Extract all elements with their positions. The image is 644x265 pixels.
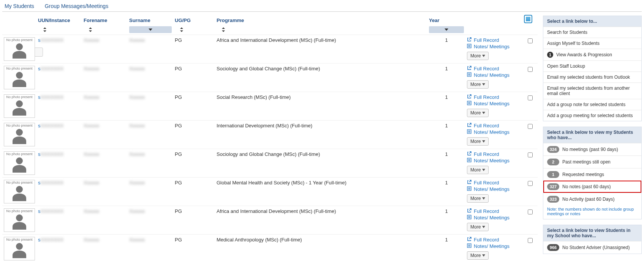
external-link-icon xyxy=(467,151,472,157)
panel-school-item[interactable]: 966No Student Adviser (Unassigned) xyxy=(543,241,641,254)
forename-cell: Xxxxxx xyxy=(84,37,99,43)
forename-cell: Xxxxxx xyxy=(84,123,99,129)
table-row: No photo presentsXXXXXXXXxxxxxXxxxxxPGAf… xyxy=(2,35,538,63)
notes-meetings-link[interactable]: Notes/ Meetings xyxy=(474,44,510,49)
full-record-link[interactable]: Full Record xyxy=(474,94,499,100)
panel-action-item[interactable]: 1View Awards & Progression xyxy=(543,49,641,60)
forename-cell: Xxxxxx xyxy=(84,66,99,71)
ugpg-cell: PG xyxy=(173,178,215,206)
uun-link[interactable]: sXXXXXXX xyxy=(38,151,63,157)
ugpg-cell: PG xyxy=(173,35,215,63)
uun-link[interactable]: sXXXXXXX xyxy=(38,208,63,214)
full-record-link[interactable]: Full Record xyxy=(474,37,499,43)
th-programme[interactable]: Programme xyxy=(215,12,427,25)
programme-cell: Social Research (MSc) (Full-time) xyxy=(215,92,427,121)
more-button[interactable]: More xyxy=(467,251,489,260)
panel-filter-item[interactable]: 327No notes (past 60 days) xyxy=(543,181,641,193)
row-checkbox[interactable] xyxy=(528,152,533,157)
external-link-icon xyxy=(467,94,472,100)
forename-cell: Xxxxxx xyxy=(84,94,99,100)
panel-actions: Select a link below to... Search for Stu… xyxy=(543,16,642,121)
more-button[interactable]: More xyxy=(467,52,489,60)
select-all-checkbox[interactable] xyxy=(524,15,532,23)
th-year[interactable]: Year xyxy=(427,12,465,25)
panel-filter-item[interactable]: 2Past meetings still open xyxy=(543,156,641,168)
notes-meetings-link[interactable]: Notes/ Meetings xyxy=(474,158,510,163)
surname-cell: Xxxxxx xyxy=(129,208,145,214)
more-button[interactable]: More xyxy=(467,166,489,174)
row-checkbox[interactable] xyxy=(528,209,533,214)
notes-meetings-link[interactable]: Notes/ Meetings xyxy=(474,101,510,106)
tab-group-messages[interactable]: Group Messages/Meetings xyxy=(45,3,108,9)
row-checkbox[interactable] xyxy=(528,95,533,100)
panel-actions-title: Select a link below to... xyxy=(543,16,641,27)
row-checkbox[interactable] xyxy=(528,124,533,129)
more-button[interactable]: More xyxy=(467,109,489,117)
sort-ugpg[interactable] xyxy=(175,26,188,33)
notes-meetings-link[interactable]: Notes/ Meetings xyxy=(474,72,510,78)
full-record-link[interactable]: Full Record xyxy=(474,66,499,71)
ugpg-cell: PG xyxy=(173,121,215,149)
full-record-link[interactable]: Full Record xyxy=(474,180,499,186)
panel-action-item[interactable]: Search for Students xyxy=(543,27,641,38)
notes-meetings-link[interactable]: Notes/ Meetings xyxy=(474,215,510,221)
row-checkbox[interactable] xyxy=(528,238,533,243)
panel-action-item[interactable]: Assign Myself to Students xyxy=(543,38,641,49)
th-forename[interactable]: Forename xyxy=(82,12,128,25)
ugpg-cell: PG xyxy=(173,63,215,92)
panel-action-item[interactable]: Open Staff Lookup xyxy=(543,60,641,71)
sort-year-active[interactable] xyxy=(429,26,464,33)
more-button[interactable]: More xyxy=(467,80,489,89)
panel-action-item[interactable]: Email my selected students from Outlook xyxy=(543,71,641,83)
full-record-link[interactable]: Full Record xyxy=(474,123,499,129)
full-record-link[interactable]: Full Record xyxy=(474,208,499,214)
notes-meetings-link[interactable]: Notes/ Meetings xyxy=(474,186,510,192)
top-tabs: My Students Group Messages/Meetings xyxy=(2,0,642,12)
year-cell: 1 xyxy=(427,206,465,235)
notes-icon xyxy=(467,101,472,106)
notes-meetings-link[interactable]: Notes/ Meetings xyxy=(474,129,510,135)
th-ugpg[interactable]: UG/PG xyxy=(173,12,215,25)
panel-filter-item[interactable]: 1Requested meetings xyxy=(543,168,641,181)
sort-surname-active[interactable] xyxy=(129,26,172,33)
count-badge: 327 xyxy=(547,183,559,190)
info-badge-icon: 1 xyxy=(547,52,553,58)
tab-my-students[interactable]: My Students xyxy=(5,3,34,9)
count-badge: 1 xyxy=(547,171,559,178)
notes-meetings-link[interactable]: Notes/ Meetings xyxy=(474,243,510,249)
surname-cell: Xxxxxx xyxy=(129,123,145,129)
uun-link[interactable]: sXXXXXXX xyxy=(38,180,63,186)
th-surname[interactable]: Surname xyxy=(128,12,173,25)
more-button[interactable]: More xyxy=(467,137,489,146)
row-checkbox[interactable] xyxy=(528,181,533,186)
panel-filter-item[interactable]: 324No meetings (past 90 days) xyxy=(543,143,641,156)
more-button[interactable]: More xyxy=(467,194,489,203)
year-cell: 1 xyxy=(427,121,465,149)
surname-cell: Xxxxxx xyxy=(129,180,145,186)
full-record-link[interactable]: Full Record xyxy=(474,237,499,243)
uun-link[interactable]: sXXXXXXX xyxy=(38,123,63,129)
uun-link[interactable]: sXXXXXXX xyxy=(38,94,63,100)
sort-programme[interactable] xyxy=(217,26,230,33)
table-row: No photo presentsXXXXXXXXxxxxxXxxxxxPGMe… xyxy=(2,235,538,263)
uun-link[interactable]: sXXXXXXX xyxy=(38,66,63,71)
row-checkbox[interactable] xyxy=(528,67,533,72)
more-button[interactable]: More xyxy=(467,223,489,231)
external-link-icon xyxy=(467,237,472,243)
panel-action-item[interactable]: Add a group meeting for selected student… xyxy=(543,110,641,121)
notes-icon xyxy=(467,243,472,249)
panel-action-item[interactable]: Email my selected students from another … xyxy=(543,83,641,99)
panel-action-item[interactable]: Add a group note for selected students xyxy=(543,99,641,110)
th-uun[interactable]: UUN/Instance xyxy=(36,12,82,25)
uun-link[interactable]: sXXXXXXX xyxy=(38,37,63,43)
sort-uun[interactable] xyxy=(38,26,52,33)
programme-cell: Medical Anthropology (MSc) (Full-time) xyxy=(215,235,427,263)
panel-filter-item[interactable]: 323No Activity (past 60 Days) xyxy=(543,193,641,205)
count-badge: 324 xyxy=(547,146,559,153)
programme-cell: Sociology and Global Change (MSc) (Full-… xyxy=(215,149,427,178)
full-record-link[interactable]: Full Record xyxy=(474,151,499,157)
external-link-icon xyxy=(467,123,472,129)
uun-link[interactable]: sXXXXXXX xyxy=(38,237,63,243)
row-checkbox[interactable] xyxy=(528,38,533,43)
sort-forename[interactable] xyxy=(84,26,97,33)
